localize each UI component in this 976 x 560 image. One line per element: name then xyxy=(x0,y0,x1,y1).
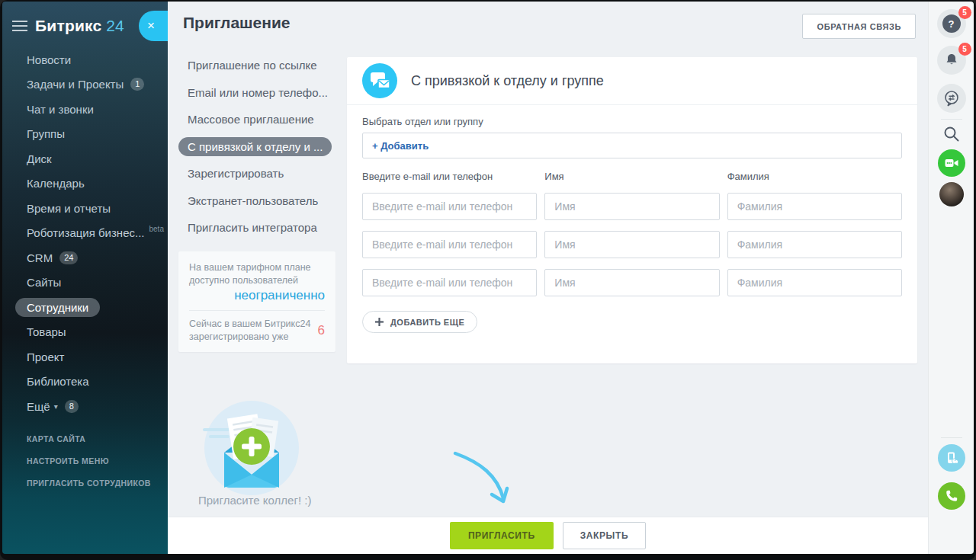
bell-icon xyxy=(943,52,960,69)
close-button[interactable]: ЗАКРЫТЬ xyxy=(563,522,646,549)
name-input-row1[interactable] xyxy=(544,193,719,220)
hint-arrow-icon xyxy=(451,448,524,514)
invite-employees-link[interactable]: ПРИГЛАСИТЬ СОТРУДНИКОВ xyxy=(27,478,151,488)
tab-register[interactable]: Зарегистрировать xyxy=(178,160,339,187)
tab-department-group[interactable]: С привязкой к отделу и ... xyxy=(178,133,339,161)
mobile-app-button[interactable] xyxy=(938,444,965,472)
help-button[interactable]: ? 5 xyxy=(937,9,966,38)
name-input-row3[interactable] xyxy=(544,269,719,296)
sidebar-item-disk[interactable]: Диск xyxy=(2,146,168,171)
tab-invite-integrator[interactable]: Пригласить интегратора xyxy=(178,214,339,242)
sitemap-link[interactable]: КАРТА САЙТА xyxy=(27,434,151,443)
sidebar-item-employees[interactable]: Сотрудники xyxy=(2,295,168,320)
form-header: С привязкой к отделу и группе xyxy=(347,57,917,105)
video-camera-icon xyxy=(944,155,959,171)
form-body: Выбрать отдел или группу + Добавить Введ… xyxy=(347,105,917,333)
chevron-down-icon: ▾ xyxy=(54,402,58,411)
tariff-info-card: На вашем тарифном плане доступно пользов… xyxy=(178,251,336,352)
sidebar-item-more[interactable]: Ещё▾8 xyxy=(2,394,168,419)
sidebar-item-news[interactable]: Новости xyxy=(2,47,168,72)
sidebar-item-sites[interactable]: Сайты xyxy=(2,270,168,296)
divider xyxy=(189,310,325,311)
sidebar-item-project[interactable]: Проект xyxy=(2,344,168,370)
user-avatar[interactable] xyxy=(939,182,964,206)
mobile-cloud-icon xyxy=(944,450,959,466)
form-title: С привязкой к отделу и группе xyxy=(411,73,604,89)
invitation-menu: Приглашение по ссылке Email или номер те… xyxy=(178,52,339,242)
configure-menu-link[interactable]: НАСТРОИТЬ МЕНЮ xyxy=(27,456,151,466)
sidebar-item-tasks[interactable]: Задачи и Проекты1 xyxy=(2,72,168,98)
invitation-content: Приглашение ОБРАТНАЯ СВЯЗЬ Приглашение п… xyxy=(168,2,928,517)
tasks-badge: 1 xyxy=(130,78,144,91)
add-more-button[interactable]: ДОБАВИТЬ ЕЩЕ xyxy=(362,311,477,333)
notifications-badge: 5 xyxy=(958,43,971,56)
invite-rows-grid: Введите e-mail или телефон Имя Фамилия xyxy=(362,171,902,296)
divider xyxy=(941,119,962,120)
help-icon: ? xyxy=(942,14,961,33)
beta-tag: beta xyxy=(149,225,164,233)
plus-icon xyxy=(375,318,384,326)
brand-logo-number: 24 xyxy=(106,17,124,35)
sidebar-item-library[interactable]: Библиотека xyxy=(2,370,168,395)
avatar xyxy=(939,182,964,206)
email-column-label: Введите e-mail или телефон xyxy=(362,171,537,182)
tab-invite-by-link[interactable]: Приглашение по ссылке xyxy=(178,52,339,79)
tab-extranet-user[interactable]: Экстранет-пользователь xyxy=(178,187,339,215)
right-toolbar: ? 5 5 xyxy=(928,2,974,554)
chat-envelope-icon xyxy=(362,63,397,98)
registered-users-count: 6 xyxy=(318,323,325,338)
telephony-button[interactable] xyxy=(938,482,965,510)
messenger-icon xyxy=(942,89,961,107)
search-button[interactable] xyxy=(942,125,961,146)
sidebar-item-chat[interactable]: Чат и звонки xyxy=(2,97,168,122)
more-badge: 8 xyxy=(65,400,79,413)
lastname-column-label: Фамилия xyxy=(727,171,902,182)
feedback-button[interactable]: ОБРАТНАЯ СВЯЗЬ xyxy=(802,14,916,39)
close-icon: × xyxy=(147,18,155,34)
video-call-button[interactable] xyxy=(938,149,965,177)
tab-mass-invite[interactable]: Массовое приглашение xyxy=(178,106,339,133)
left-sidebar: Битрикс 24 Новости Задачи и Проекты1 Чат… xyxy=(2,2,168,554)
invite-button[interactable]: ПРИГЛАСИТЬ xyxy=(450,522,554,549)
invite-form-panel: С привязкой к отделу и группе Выбрать от… xyxy=(347,57,917,363)
sidebar-item-rpa[interactable]: Роботизация бизнес...beta xyxy=(2,221,168,246)
notifications-button[interactable]: 5 xyxy=(937,46,966,75)
sidebar-item-calendar[interactable]: Календарь xyxy=(2,171,168,197)
messenger-button[interactable] xyxy=(937,84,966,113)
email-input-row1[interactable] xyxy=(362,193,537,220)
phone-icon xyxy=(944,488,959,504)
invite-envelope-illustration xyxy=(201,398,302,501)
modal-footer: ПРИГЛАСИТЬ ЗАКРЫТЬ xyxy=(168,517,928,554)
sidebar-menu: Новости Задачи и Проекты1 Чат и звонки Г… xyxy=(2,47,168,419)
sidebar-item-time[interactable]: Время и отчеты xyxy=(2,196,168,221)
hamburger-menu-icon[interactable] xyxy=(12,21,27,31)
brand-logo: Битрикс xyxy=(35,17,101,35)
registered-users-text: Сейчас в вашем Битрикс24 зарегистрирован… xyxy=(189,318,313,344)
sidebar-item-crm[interactable]: CRM24 xyxy=(2,245,168,270)
divider xyxy=(941,437,962,438)
name-column-label: Имя xyxy=(544,171,719,182)
email-input-row3[interactable] xyxy=(362,269,537,296)
department-selector[interactable]: + Добавить xyxy=(362,133,902,158)
name-input-row2[interactable] xyxy=(544,231,719,258)
email-input-row2[interactable] xyxy=(362,231,537,258)
lastname-input-row2[interactable] xyxy=(727,231,902,258)
sidebar-item-groups[interactable]: Группы xyxy=(2,122,168,147)
lastname-input-row3[interactable] xyxy=(727,269,902,296)
invite-caption: Пригласите коллег! :) xyxy=(198,494,311,507)
tariff-plan-text: На вашем тарифном плане доступно пользов… xyxy=(189,261,325,287)
sidebar-item-products[interactable]: Товары xyxy=(2,320,168,345)
lastname-input-row1[interactable] xyxy=(727,193,902,220)
add-department-link[interactable]: + Добавить xyxy=(372,140,429,152)
slider-close-button[interactable]: × xyxy=(139,11,168,41)
search-icon xyxy=(942,125,961,143)
tab-email-or-phone[interactable]: Email или номер телефо... xyxy=(178,79,339,107)
department-label: Выбрать отдел или группу xyxy=(362,116,902,127)
app-window: Битрикс 24 Новости Задачи и Проекты1 Чат… xyxy=(0,0,976,560)
tariff-unlimited-value: неограниченно xyxy=(189,288,325,303)
sidebar-footer-links: КАРТА САЙТА НАСТРОИТЬ МЕНЮ ПРИГЛАСИТЬ СО… xyxy=(27,434,151,501)
workspace: Битрикс 24 Новости Задачи и Проекты1 Чат… xyxy=(2,2,974,554)
page-title: Приглашение xyxy=(183,14,291,32)
help-badge: 5 xyxy=(958,6,971,19)
invitation-slider: × Приглашение ОБРАТНАЯ СВЯЗЬ Приглашение… xyxy=(168,2,928,554)
